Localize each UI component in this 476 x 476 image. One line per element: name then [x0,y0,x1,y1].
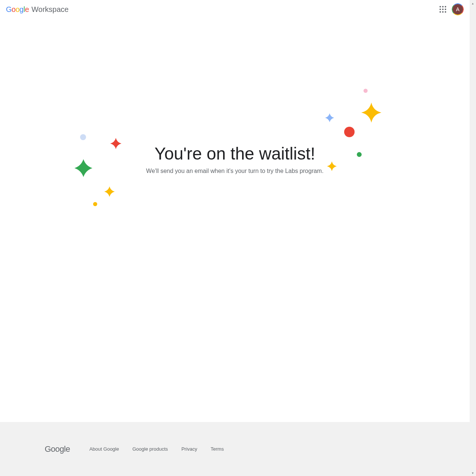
footer: Google About Google Google products Priv… [0,422,470,476]
svg-point-6 [364,89,368,93]
svg-point-5 [93,202,97,206]
main-content: You're on the waitlist! We'll send you a… [0,19,470,476]
footer-link-about[interactable]: About Google [89,446,119,452]
footer-links: About Google Google products Privacy Ter… [89,446,224,452]
avatar-initial: A [453,4,463,15]
page-headline: You're on the waitlist! [155,144,315,164]
footer-link-terms[interactable]: Terms [211,446,224,452]
confetti-sparkle-icon [104,186,115,197]
account-avatar[interactable]: A [452,3,464,15]
footer-google-logo: Google [45,444,70,454]
confetti-dot-icon [80,134,86,140]
footer-link-privacy[interactable]: Privacy [181,446,197,452]
product-name: Workspace [32,5,69,14]
confetti-diamond-icon [74,159,92,177]
confetti-sparkle-icon [325,113,334,122]
confetti-dot-icon [93,202,97,206]
confetti-dot-icon [357,152,362,157]
hero-section: You're on the waitlist! We'll send you a… [0,19,470,476]
confetti-sparkle-icon [110,138,121,149]
scrollbar-down-arrow-icon[interactable]: ▾ [470,470,476,476]
header: Google Workspace A [0,0,470,19]
workspace-logo[interactable]: Google Workspace [6,5,69,14]
confetti-dot-icon [364,89,368,93]
google-logo-icon: Google [6,5,29,14]
apps-grid-icon[interactable] [438,5,447,14]
svg-point-7 [344,127,355,137]
svg-point-8 [357,152,362,157]
confetti-sparkle-icon [361,103,381,123]
scrollbar-track[interactable]: ▴ ▾ [470,0,476,476]
footer-link-products[interactable]: Google products [132,446,168,452]
scrollbar-up-arrow-icon[interactable]: ▴ [470,0,476,6]
page-subheadline: We'll send you an email when it's your t… [146,168,323,174]
confetti-sparkle-icon [327,161,337,171]
svg-point-4 [80,134,86,140]
confetti-dot-icon [344,127,355,137]
header-actions: A [438,3,464,15]
